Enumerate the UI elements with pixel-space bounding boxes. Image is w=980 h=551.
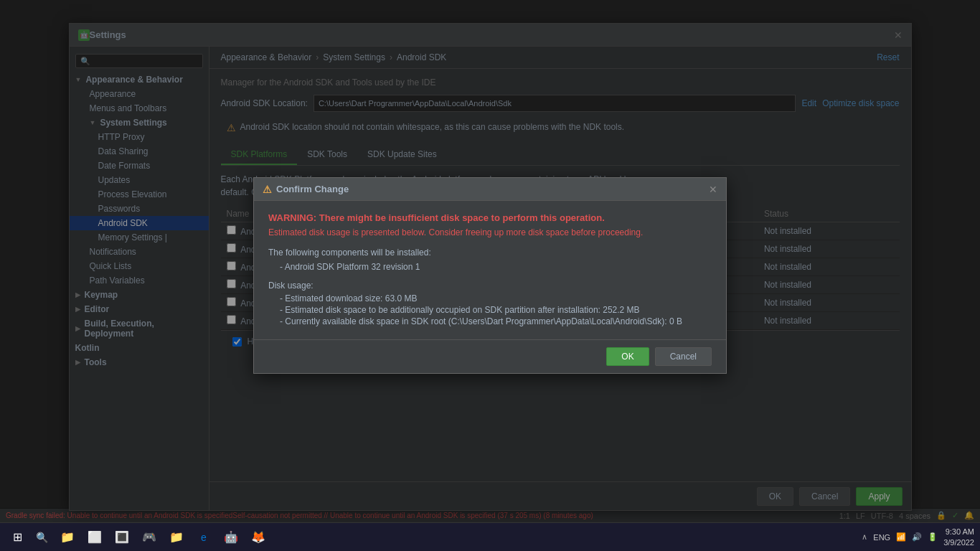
taskbar-app-edge[interactable]: e <box>191 524 217 550</box>
confirm-overlay: ⚠ Confirm Change ✕ WARNING: There might … <box>0 0 980 551</box>
confirm-warning-icon: ⚠ <box>263 184 272 195</box>
taskbar-battery-icon[interactable]: 🔋 <box>928 532 938 542</box>
confirm-disk-item-1: - Estimated disk space to be additionall… <box>280 305 712 315</box>
confirm-disk-item-2: - Currently available disk space in SDK … <box>280 316 712 326</box>
confirm-title-bar: ⚠ Confirm Change ✕ <box>254 178 726 201</box>
confirm-disk-item-0: - Estimated download size: 63.0 MB <box>280 293 712 303</box>
taskbar-app-firefox[interactable]: 🦊 <box>245 524 271 550</box>
confirm-ok-button[interactable]: OK <box>606 347 649 366</box>
confirm-warning-sub: Estimated disk usage is presented below.… <box>268 227 712 237</box>
confirm-close-button[interactable]: ✕ <box>709 184 717 195</box>
confirm-cancel-button[interactable]: Cancel <box>655 347 712 366</box>
taskbar-wifi-icon[interactable]: 📶 <box>896 532 906 542</box>
taskbar-volume-icon[interactable]: 🔊 <box>912 532 922 542</box>
taskbar-search-button[interactable]: 🔍 <box>32 527 52 547</box>
taskbar-lang: ENG <box>873 533 890 542</box>
taskbar: ⊞ 🔍 📁 ⬜ 🔳 🎮 📁 e 🤖 🦊 ∧ ENG 📶 🔊 🔋 9:30 AM … <box>0 522 980 551</box>
taskbar-app-android[interactable]: 🤖 <box>218 524 244 550</box>
taskbar-time[interactable]: 9:30 AM 3/9/2022 <box>943 527 974 547</box>
confirm-disk-items: - Estimated download size: 63.0 MB - Est… <box>280 293 712 326</box>
taskbar-apps: 📁 ⬜ 🔳 🎮 📁 e 🤖 🦊 <box>55 524 271 550</box>
windows-start-button[interactable]: ⊞ <box>6 526 29 549</box>
taskbar-right: ∧ ENG 📶 🔊 🔋 9:30 AM 3/9/2022 <box>862 527 974 547</box>
confirm-body: WARNING: There might be insufficient dis… <box>254 201 726 339</box>
confirm-components-text: The following components will be install… <box>268 248 712 258</box>
taskbar-app-xbox[interactable]: 🎮 <box>136 524 162 550</box>
taskbar-app-browser[interactable]: ⬜ <box>82 524 108 550</box>
taskbar-tray-arrow[interactable]: ∧ <box>862 532 867 542</box>
confirm-warning-title: WARNING: There might be insufficient dis… <box>268 212 712 223</box>
taskbar-app-explorer[interactable]: 📁 <box>164 524 189 550</box>
confirm-title: ⚠ Confirm Change <box>263 184 349 195</box>
taskbar-app-store[interactable]: 🔳 <box>109 524 135 550</box>
confirm-dialog: ⚠ Confirm Change ✕ WARNING: There might … <box>253 177 727 374</box>
confirm-footer: OK Cancel <box>254 339 726 373</box>
taskbar-app-files[interactable]: 📁 <box>55 524 80 550</box>
confirm-component-item: - Android SDK Platform 32 revision 1 <box>280 262 712 272</box>
confirm-disk-label: Disk usage: <box>268 281 712 291</box>
